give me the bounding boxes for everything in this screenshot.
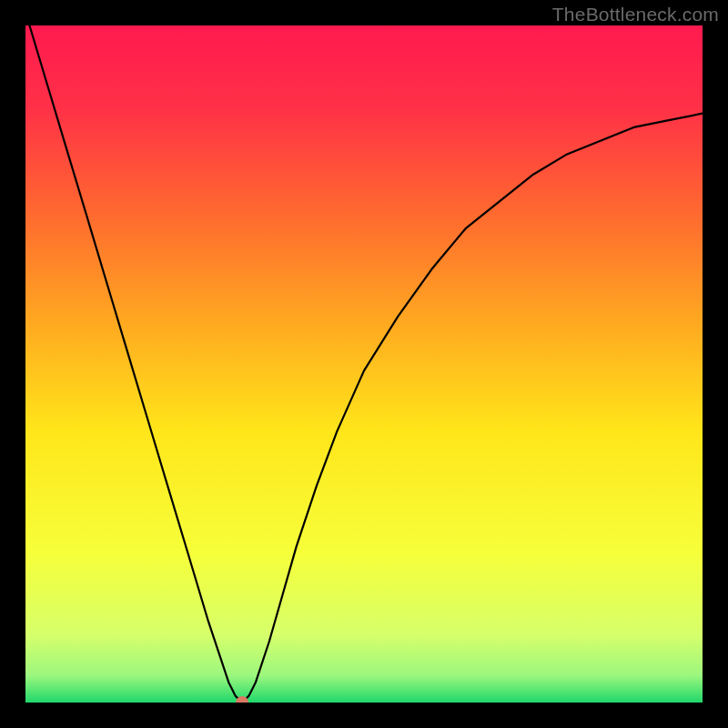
- bottleneck-chart: [25, 25, 703, 703]
- watermark-text: TheBottleneck.com: [552, 4, 719, 25]
- gradient-background: [25, 25, 703, 703]
- chart-frame: [25, 25, 703, 703]
